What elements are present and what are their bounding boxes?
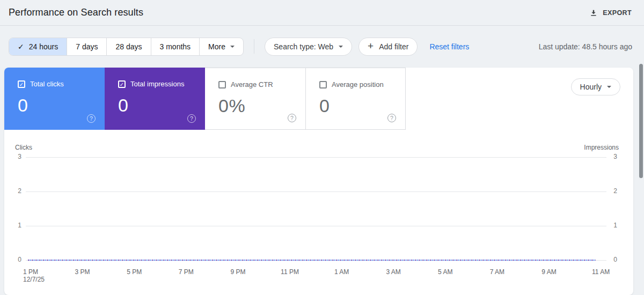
- metric-card-header: Average position: [319, 80, 405, 88]
- time-range-label: 3 months: [160, 42, 191, 51]
- chevron-down-icon: [230, 46, 235, 48]
- metric-card-label: Average position: [332, 80, 384, 88]
- add-filter-label: Add filter: [379, 42, 408, 51]
- metric-card[interactable]: ✓Total clicks0?: [4, 68, 105, 130]
- help-icon[interactable]: ?: [187, 114, 196, 123]
- time-range-chip[interactable]: 28 days: [106, 38, 150, 55]
- export-button[interactable]: EXPORT: [589, 9, 632, 17]
- search-type-label: Search type: Web: [274, 42, 333, 51]
- filter-bar: ✓24 hours7 days28 days3 monthsMore Searc…: [0, 26, 644, 67]
- time-range-chip[interactable]: ✓24 hours: [9, 38, 67, 55]
- metric-card-value: 0: [118, 95, 205, 116]
- checkbox-checked-icon[interactable]: ✓: [118, 80, 126, 88]
- time-range-chip[interactable]: 3 months: [151, 38, 200, 55]
- metric-card[interactable]: Average position0?: [305, 68, 406, 130]
- page-header: Performance on Search results EXPORT: [0, 0, 644, 26]
- time-range-label: More: [208, 42, 225, 51]
- help-icon[interactable]: ?: [87, 114, 96, 123]
- time-range-label: 7 days: [76, 42, 98, 51]
- metric-card-label: Total impressions: [130, 80, 184, 88]
- scrollbar-thumb[interactable]: [639, 64, 643, 178]
- metric-card[interactable]: Average CTR0%?: [205, 68, 305, 130]
- main-panel: ✓Total clicks0?✓Total impressions0?Avera…: [4, 68, 633, 295]
- chart-series-plot: [4, 130, 633, 295]
- help-icon[interactable]: ?: [387, 114, 396, 122]
- plus-icon: +: [368, 40, 374, 52]
- metric-card-value: 0: [18, 95, 105, 116]
- divider: [254, 39, 254, 54]
- date-range-group: ✓24 hours7 days28 days3 monthsMore: [9, 38, 244, 56]
- time-range-label: 24 hours: [29, 42, 58, 51]
- metric-card-header: ✓Total clicks: [18, 80, 105, 88]
- add-filter-button[interactable]: + Add filter: [358, 38, 418, 56]
- page-title: Performance on Search results: [9, 7, 143, 18]
- time-range-chip[interactable]: 7 days: [67, 38, 106, 55]
- reset-filters-link[interactable]: Reset filters: [429, 42, 469, 51]
- chevron-down-icon: [339, 46, 343, 48]
- metric-card-header: Average CTR: [218, 80, 305, 88]
- granularity-label: Hourly: [580, 83, 602, 91]
- chart-area: ClicksImpressions332211001 PM12/7/253 PM…: [4, 130, 633, 295]
- checkbox-checked-icon[interactable]: ✓: [18, 80, 25, 88]
- export-label: EXPORT: [603, 9, 632, 17]
- time-range-chip[interactable]: More: [199, 38, 243, 55]
- metric-cards: ✓Total clicks0?✓Total impressions0?Avera…: [4, 68, 406, 130]
- checkbox-unchecked-icon[interactable]: [218, 81, 226, 88]
- download-icon: [589, 9, 598, 17]
- metric-card-label: Total clicks: [30, 80, 64, 88]
- check-icon: ✓: [18, 42, 24, 51]
- help-icon[interactable]: ?: [288, 114, 296, 122]
- checkbox-unchecked-icon[interactable]: [319, 81, 327, 88]
- metric-card-header: ✓Total impressions: [118, 80, 205, 88]
- search-type-dropdown[interactable]: Search type: Web: [265, 38, 352, 56]
- granularity-dropdown[interactable]: Hourly: [571, 78, 620, 95]
- time-range-label: 28 days: [115, 42, 142, 51]
- metric-card[interactable]: ✓Total impressions0?: [105, 68, 205, 130]
- chevron-down-icon: [607, 86, 611, 88]
- metric-card-label: Average CTR: [231, 80, 273, 88]
- last-update-text: Last update: 48.5 hours ago: [539, 42, 632, 51]
